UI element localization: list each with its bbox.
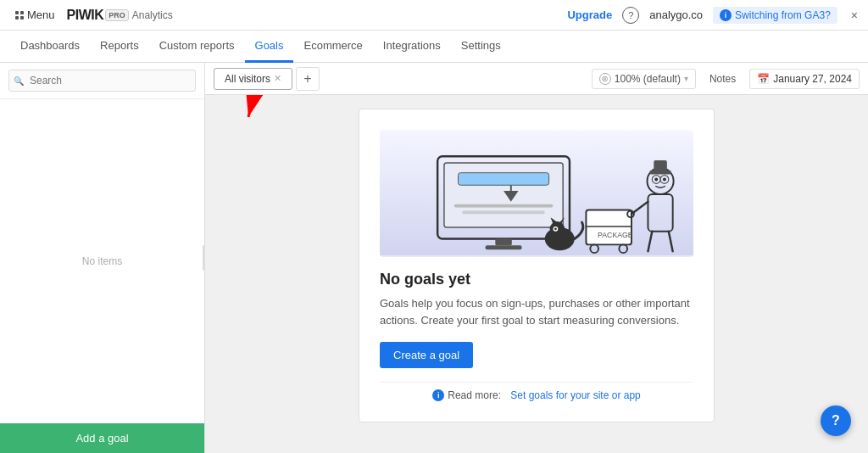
goals-description: Goals help you focus on sign-ups, purcha… [380,295,693,328]
goals-empty-card: PACKAGE [359,109,715,422]
svg-text:PACKAGE: PACKAGE [598,231,633,239]
goals-illustration: PACKAGE [380,130,693,257]
add-goal-button[interactable]: Add a goal [0,423,204,453]
all-visitors-segment[interactable]: All visitors ✕ [214,68,292,90]
search-wrap [8,70,196,92]
no-items-label: No items [82,255,122,267]
svg-rect-6 [454,204,554,208]
calendar-icon: 📅 [757,73,770,85]
logo-analytics: Analytics [132,9,173,21]
read-more-prefix: Read more: [448,389,501,401]
svg-rect-3 [459,173,549,186]
sidebar-resize-handle[interactable] [201,63,204,453]
svg-rect-8 [495,239,511,246]
chevron-down-icon: ▾ [684,74,688,83]
default-percentage-badge[interactable]: ◎ 100% (default) ▾ [592,69,696,89]
menu-button[interactable]: Menu [10,5,60,25]
svg-point-24 [654,178,658,182]
svg-point-20 [554,227,557,230]
all-visitors-label: All visitors [225,73,270,85]
segment-bar: All visitors ✕ + ◎ 100% (default) ▾ Note… [205,63,868,95]
close-switching-banner-button[interactable]: × [851,8,858,22]
logo-pro-badge: PRO [105,9,129,21]
switching-from-ga3-banner[interactable]: i Switching from GA3? [713,7,837,24]
nav-item-reports[interactable]: Reports [90,31,149,63]
svg-point-25 [663,178,666,182]
segment-tab-close[interactable]: ✕ [274,73,281,84]
read-more-info-icon: i [432,389,444,401]
nav-item-integrations[interactable]: Integrations [373,31,451,63]
grid-icon [15,11,24,20]
nav-item-dashboards[interactable]: Dashboards [10,31,90,63]
topbar: Menu PIWIK PRO Analytics Upgrade ? analy… [0,0,868,31]
read-more-section: i Read more: Set goals for your site or … [380,382,693,401]
read-more-link[interactable]: Set goals for your site or app [510,389,640,401]
search-input[interactable] [8,70,196,92]
search-box [0,63,204,99]
help-fab-button[interactable]: ? [821,405,851,436]
upgrade-button[interactable]: Upgrade [567,8,612,21]
menu-label: Menu [27,8,55,21]
nav-item-goals[interactable]: Goals [245,31,294,63]
nav-item-ecommerce[interactable]: Ecommerce [293,31,372,63]
segment-right-controls: ◎ 100% (default) ▾ Notes 📅 January 27, 2… [592,69,860,89]
topbar-right: Upgrade ? analygo.co i Switching from GA… [567,7,858,24]
content-area: All visitors ✕ + ◎ 100% (default) ▾ Note… [205,63,868,453]
help-icon[interactable]: ? [622,7,639,24]
svg-rect-10 [586,210,632,244]
navbar: Dashboards Reports Custom reports Goals … [0,31,868,63]
date-label: January 27, 2024 [773,73,852,85]
switching-label: Switching from GA3? [735,9,831,21]
svg-rect-7 [462,210,544,214]
main-layout: No items Add a goal All visitors ✕ + ◎ 1… [0,63,868,453]
svg-rect-9 [486,245,522,249]
goals-content: PACKAGE [205,95,868,453]
topbar-left: Menu PIWIK PRO Analytics [10,5,173,25]
nav-item-settings[interactable]: Settings [451,31,511,63]
info-icon: i [720,9,732,21]
date-picker-button[interactable]: 📅 January 27, 2024 [749,69,860,89]
sidebar-empty-state: No items [0,99,204,423]
logo-text: PIWIK [67,8,104,23]
add-segment-button[interactable]: + [296,67,320,91]
default-label: 100% (default) [615,73,681,85]
svg-rect-23 [654,160,667,172]
sidebar: No items Add a goal [0,63,205,453]
goals-title: No goals yet [380,271,470,288]
site-name: analygo.co [649,8,703,21]
logo: PIWIK PRO Analytics [67,8,173,23]
nav-item-custom-reports[interactable]: Custom reports [149,31,245,63]
create-goal-button[interactable]: Create a goal [380,342,473,368]
percentage-icon: ◎ [599,73,611,85]
svg-line-35 [248,95,308,117]
notes-button[interactable]: Notes [703,70,743,88]
